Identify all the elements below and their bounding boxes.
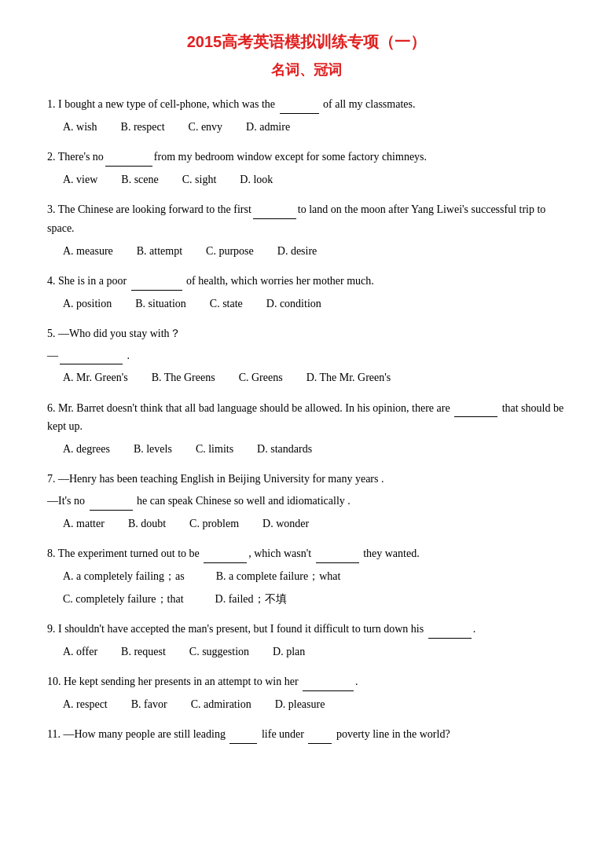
option-4c: C. state (210, 294, 243, 313)
question-7-text: 7. —Henry has been teaching English in B… (47, 470, 566, 489)
option-8b: B. a complete failure；what (216, 566, 341, 586)
option-7d: D. wonder (262, 514, 309, 533)
question-3-options: A. measure B. attempt C. purpose D. desi… (63, 241, 566, 261)
question-4-text: 4. She is in a poor of health, which wor… (47, 272, 566, 291)
question-5-text: 5. —Who did you stay with？ (47, 324, 566, 343)
option-4d: D. condition (266, 294, 321, 313)
question-11: 11. —How many people are still leading l… (47, 725, 566, 744)
question-2-options: A. view B. scene C. sight D. look (63, 170, 566, 189)
option-5d: D. The Mr. Green's (306, 368, 391, 387)
question-8-text: 8. The experiment turned out to be , whi… (47, 544, 566, 563)
question-2: 2. There's nofrom my bedroom window exce… (47, 148, 566, 189)
option-1a: A. wish (63, 117, 97, 137)
question-5-options: A. Mr. Green's B. The Greens C. Greens D… (63, 368, 566, 387)
option-6b: B. levels (134, 439, 172, 459)
question-5-dialog: — . (47, 346, 566, 365)
option-10b: B. favor (131, 694, 167, 714)
option-10a: A. respect (63, 694, 108, 714)
question-6-text: 6. Mr. Barret doesn't think that all bad… (47, 399, 566, 437)
question-6-options: A. degrees B. levels C. limits D. standa… (63, 439, 566, 459)
option-10c: C. admiration (191, 694, 251, 714)
option-3d: D. desire (277, 241, 318, 261)
question-3-text: 3. The Chinese are looking forward to th… (47, 200, 566, 238)
question-7-dialog: —It's no he can speak Chinese so well an… (47, 492, 566, 511)
option-6c: C. limits (196, 439, 233, 459)
option-8c: C. completely failure；that (63, 589, 184, 609)
option-9a: A. offer (63, 642, 97, 661)
question-7-options: A. matter B. doubt C. problem D. wonder (63, 514, 566, 533)
option-7a: A. matter (63, 514, 105, 533)
question-1: 1. I bought a new type of cell-phone, wh… (47, 95, 566, 137)
option-9d: D. plan (273, 642, 305, 661)
question-1-text: 1. I bought a new type of cell-phone, wh… (47, 95, 566, 114)
question-4-options: A. position B. situation C. state D. con… (63, 294, 566, 313)
option-4a: A. position (63, 294, 112, 313)
option-10d: D. pleasure (275, 694, 325, 714)
sub-title: 名词、冠词 (47, 60, 566, 79)
question-4: 4. She is in a poor of health, which wor… (47, 272, 566, 313)
question-1-options: A. wish B. respect C. envy D. admire (63, 117, 566, 137)
main-title: 2015高考英语模拟训练专项（一） (47, 31, 566, 53)
question-7: 7. —Henry has been teaching English in B… (47, 470, 566, 533)
option-1b: B. respect (121, 117, 165, 137)
option-6d: D. standards (257, 439, 312, 459)
option-9b: B. request (121, 642, 166, 661)
question-10-options: A. respect B. favor C. admiration D. ple… (63, 694, 566, 714)
question-8: 8. The experiment turned out to be , whi… (47, 544, 566, 609)
question-11-text: 11. —How many people are still leading l… (47, 725, 566, 744)
option-3a: A. measure (63, 241, 113, 261)
question-10: 10. He kept sending her presents in an a… (47, 672, 566, 714)
option-7b: B. doubt (128, 514, 166, 533)
question-10-text: 10. He kept sending her presents in an a… (47, 672, 566, 691)
question-5: 5. —Who did you stay with？ — . A. Mr. Gr… (47, 324, 566, 388)
option-5b: B. The Greens (152, 368, 215, 387)
question-8-options: A. a completely failing；as B. a complete… (63, 566, 566, 609)
option-8d: D. failed；不填 (215, 589, 287, 609)
question-9-text: 9. I shouldn't have accepted the man's p… (47, 620, 566, 639)
option-2c: C. sight (182, 170, 217, 189)
question-9: 9. I shouldn't have accepted the man's p… (47, 620, 566, 661)
option-2a: A. view (63, 170, 97, 189)
option-2b: B. scene (121, 170, 158, 189)
option-8a: A. a completely failing；as (63, 566, 185, 586)
question-2-text: 2. There's nofrom my bedroom window exce… (47, 148, 566, 167)
question-9-options: A. offer B. request C. suggestion D. pla… (63, 642, 566, 661)
question-3: 3. The Chinese are looking forward to th… (47, 200, 566, 261)
option-2d: D. look (240, 170, 273, 189)
option-3c: C. purpose (206, 241, 254, 261)
option-4b: B. situation (135, 294, 186, 313)
option-5a: A. Mr. Green's (63, 368, 128, 387)
option-3b: B. attempt (137, 241, 182, 261)
option-1d: D. admire (246, 117, 290, 137)
option-7c: C. problem (189, 514, 239, 533)
question-6: 6. Mr. Barret doesn't think that all bad… (47, 399, 566, 460)
option-9c: C. suggestion (189, 642, 249, 661)
option-1c: C. envy (189, 117, 223, 137)
option-6a: A. degrees (63, 439, 110, 459)
option-5c: C. Greens (239, 368, 283, 387)
